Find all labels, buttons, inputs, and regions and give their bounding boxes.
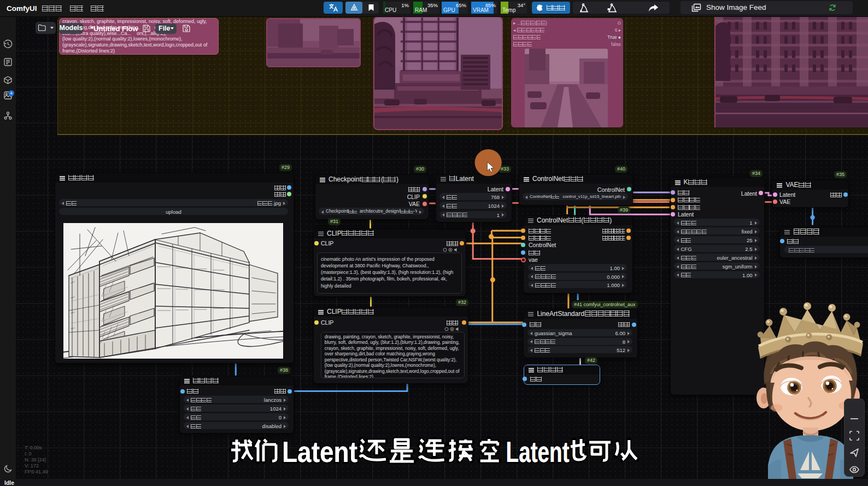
svg-text:Latent: Latent (506, 435, 570, 468)
svg-text:Latent: Latent (282, 435, 357, 468)
